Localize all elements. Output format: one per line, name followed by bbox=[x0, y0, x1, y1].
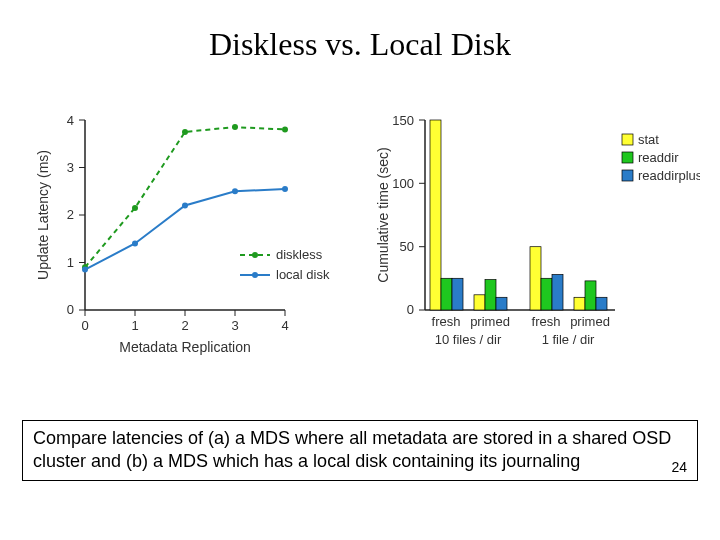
left-ylabel: Update Latency (ms) bbox=[35, 150, 51, 280]
caption-box: Compare latencies of (a) a MDS where all… bbox=[22, 420, 698, 481]
caption-text: Compare latencies of (a) a MDS where all… bbox=[33, 428, 671, 471]
svg-rect-32 bbox=[430, 120, 441, 310]
series-diskless bbox=[85, 127, 285, 267]
r-ytick-150: 150 bbox=[392, 113, 414, 128]
xlab-primed-2: primed bbox=[570, 314, 610, 329]
svg-point-19 bbox=[182, 203, 188, 209]
svg-rect-40 bbox=[552, 275, 563, 311]
xtick-0: 0 bbox=[81, 318, 88, 333]
svg-rect-44 bbox=[622, 134, 633, 145]
svg-point-13 bbox=[132, 205, 138, 211]
xtick-1: 1 bbox=[131, 318, 138, 333]
legend-readdir: readdir bbox=[638, 150, 679, 165]
ytick-0: 0 bbox=[67, 302, 74, 317]
series-localdisk-markers bbox=[82, 186, 288, 273]
legend-diskless: diskless bbox=[276, 247, 323, 262]
bars-g2 bbox=[474, 280, 507, 310]
xtick-2: 2 bbox=[181, 318, 188, 333]
svg-point-16 bbox=[282, 127, 288, 133]
svg-rect-41 bbox=[574, 297, 585, 310]
svg-rect-43 bbox=[596, 297, 607, 310]
bars-g4 bbox=[574, 281, 607, 310]
svg-point-21 bbox=[282, 186, 288, 192]
svg-rect-39 bbox=[541, 278, 552, 310]
r-ytick-50: 50 bbox=[400, 239, 414, 254]
left-legend: diskless local disk bbox=[240, 247, 330, 282]
xtick-4: 4 bbox=[281, 318, 288, 333]
r-ytick-100: 100 bbox=[392, 176, 414, 191]
svg-point-20 bbox=[232, 188, 238, 194]
svg-point-15 bbox=[232, 124, 238, 130]
slide-number: 24 bbox=[671, 459, 687, 477]
svg-rect-36 bbox=[485, 280, 496, 310]
svg-rect-34 bbox=[452, 278, 463, 310]
svg-point-17 bbox=[82, 267, 88, 273]
legend-localdisk: local disk bbox=[276, 267, 330, 282]
svg-point-18 bbox=[132, 241, 138, 247]
legend-stat: stat bbox=[638, 132, 659, 147]
svg-point-23 bbox=[252, 252, 258, 258]
series-diskless-markers bbox=[82, 124, 288, 270]
svg-rect-33 bbox=[441, 278, 452, 310]
svg-rect-37 bbox=[496, 297, 507, 310]
svg-rect-38 bbox=[530, 247, 541, 310]
xlab-10f: 10 files / dir bbox=[435, 332, 502, 347]
svg-point-14 bbox=[182, 129, 188, 135]
axes bbox=[79, 120, 285, 316]
xlab-fresh-2: fresh bbox=[532, 314, 561, 329]
right-bar-chart: 0 50 100 150 fresh primed fresh primed 1… bbox=[370, 100, 700, 380]
right-legend: stat readdir readdirplus bbox=[622, 132, 700, 183]
page-title: Diskless vs. Local Disk bbox=[0, 26, 720, 63]
right-ylabel: Cumulative time (sec) bbox=[375, 147, 391, 282]
r-ytick-0: 0 bbox=[407, 302, 414, 317]
svg-rect-45 bbox=[622, 152, 633, 163]
svg-rect-42 bbox=[585, 281, 596, 310]
ytick-3: 3 bbox=[67, 160, 74, 175]
svg-rect-46 bbox=[622, 170, 633, 181]
xtick-3: 3 bbox=[231, 318, 238, 333]
legend-readdirplus: readdirplus bbox=[638, 168, 700, 183]
xlab-1f: 1 file / dir bbox=[542, 332, 595, 347]
xlab-primed-1: primed bbox=[470, 314, 510, 329]
bars-g1 bbox=[430, 120, 463, 310]
ytick-1: 1 bbox=[67, 255, 74, 270]
xlab-fresh-1: fresh bbox=[432, 314, 461, 329]
svg-rect-35 bbox=[474, 295, 485, 310]
ytick-4: 4 bbox=[67, 113, 74, 128]
svg-point-25 bbox=[252, 272, 258, 278]
bars-g3 bbox=[530, 247, 563, 310]
left-line-chart: 0 1 2 3 4 0 1 2 3 4 Metadata Replication… bbox=[30, 100, 360, 380]
ytick-2: 2 bbox=[67, 207, 74, 222]
left-xlabel: Metadata Replication bbox=[119, 339, 251, 355]
